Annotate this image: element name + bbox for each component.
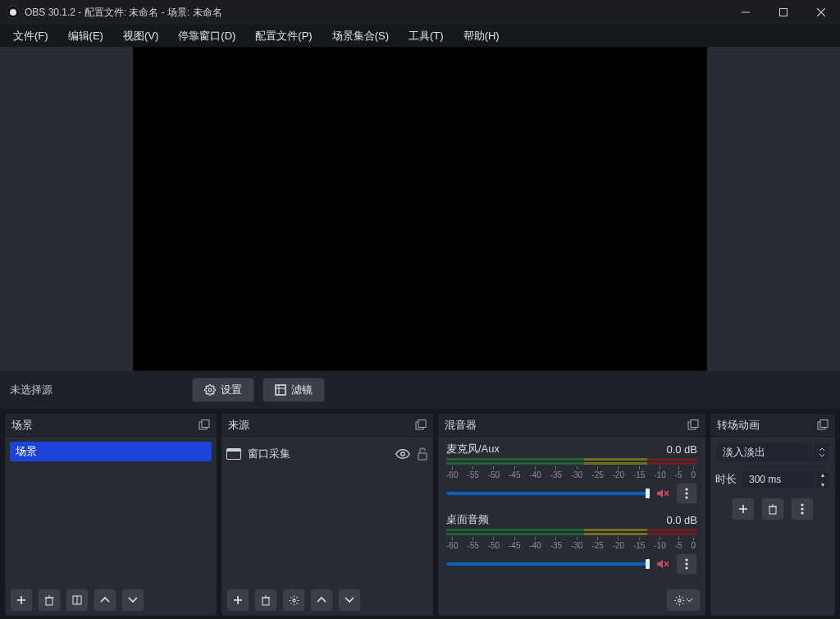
mixer-body: 麦克风/Aux 0.0 dB -60-55-50-45-40-35-30-25-…	[438, 437, 705, 616]
mixer-header: 混音器	[438, 414, 705, 437]
volume-slider[interactable]	[446, 562, 650, 566]
svg-rect-2	[276, 385, 285, 395]
mute-button[interactable]	[656, 488, 669, 499]
add-transition-button[interactable]	[732, 497, 755, 520]
source-label: 窗口采集	[248, 447, 290, 461]
source-down-button[interactable]	[338, 589, 361, 612]
scene-filters-button[interactable]	[66, 589, 89, 612]
channel-options-button[interactable]	[676, 483, 697, 504]
advanced-audio-button[interactable]	[666, 589, 701, 612]
spinner-icon[interactable]: ▲▼	[815, 470, 829, 489]
preview-area	[0, 47, 840, 371]
source-settings-button[interactable]: 设置	[192, 378, 254, 402]
svg-point-19	[685, 492, 687, 494]
duration-label: 时长	[715, 472, 737, 487]
level-meter	[446, 529, 697, 535]
menu-file[interactable]: 文件(F)	[3, 25, 58, 47]
menu-view[interactable]: 视图(V)	[113, 25, 168, 47]
transitions-panel: 转场动画 淡入淡出 时长 300 ms ▲▼	[710, 414, 835, 616]
scene-item[interactable]: 场景	[10, 442, 212, 461]
db-scale: -60-55-50-45-40-35-30-25-20-15-10-50	[446, 466, 697, 479]
svg-point-21	[685, 558, 687, 561]
popout-icon[interactable]	[817, 420, 829, 431]
lock-toggle[interactable]	[417, 447, 428, 461]
svg-point-23	[685, 566, 687, 569]
transition-select[interactable]: 淡入淡出	[715, 442, 830, 463]
mixer-channel: 麦克风/Aux 0.0 dB -60-55-50-45-40-35-30-25-…	[438, 437, 705, 507]
mute-button[interactable]	[656, 558, 669, 570]
menubar: 文件(F) 编辑(E) 视图(V) 停靠窗口(D) 配置文件(P) 场景集合(S…	[0, 25, 840, 47]
add-source-button[interactable]	[226, 589, 249, 612]
svg-rect-14	[262, 598, 269, 605]
window-controls	[727, 0, 840, 25]
svg-rect-27	[769, 507, 776, 514]
scenes-list[interactable]: 场景	[5, 437, 217, 585]
remove-scene-button[interactable]	[38, 589, 61, 612]
svg-rect-13	[418, 453, 427, 460]
scene-down-button[interactable]	[121, 589, 144, 612]
mixer-footer	[438, 585, 705, 616]
transitions-header: 转场动画	[710, 414, 835, 437]
svg-rect-11	[418, 420, 426, 427]
svg-rect-17	[691, 420, 698, 427]
menu-help[interactable]: 帮助(H)	[454, 25, 509, 47]
popout-icon[interactable]	[199, 420, 210, 431]
close-button[interactable]	[802, 0, 840, 25]
svg-point-18	[685, 488, 687, 490]
updown-icon	[813, 442, 829, 462]
context-bar: 未选择源 设置 滤镜	[0, 371, 840, 409]
gear-dropdown-icon	[674, 595, 692, 606]
preview-canvas[interactable]	[133, 47, 707, 371]
popout-icon[interactable]	[687, 420, 699, 431]
popout-icon[interactable]	[415, 420, 427, 431]
menu-dock[interactable]: 停靠窗口(D)	[168, 25, 245, 47]
svg-point-15	[292, 598, 294, 601]
menu-edit[interactable]: 编辑(E)	[58, 25, 113, 47]
svg-point-24	[678, 598, 681, 601]
add-scene-button[interactable]	[10, 589, 33, 612]
scenes-footer	[5, 585, 217, 616]
window-title: OBS 30.1.2 - 配置文件: 未命名 - 场景: 未命名	[25, 6, 222, 20]
app-icon	[7, 6, 20, 19]
duration-input[interactable]: 300 ms ▲▼	[742, 470, 830, 489]
channel-options-button[interactable]	[676, 553, 697, 575]
svg-rect-26	[820, 420, 828, 427]
transition-options-button[interactable]	[791, 497, 814, 520]
scenes-panel: 场景 场景	[5, 414, 217, 616]
titlebar: OBS 30.1.2 - 配置文件: 未命名 - 场景: 未命名	[0, 0, 840, 25]
db-scale: -60-55-50-45-40-35-30-25-20-15-10-50	[446, 537, 697, 550]
svg-point-28	[801, 503, 803, 506]
channel-db: 0.0 dB	[666, 514, 697, 526]
svg-rect-7	[46, 598, 52, 605]
svg-point-20	[685, 496, 687, 498]
svg-point-12	[401, 452, 405, 456]
source-item[interactable]: 窗口采集	[226, 443, 428, 465]
level-meter	[446, 458, 697, 465]
maximize-button[interactable]	[765, 0, 802, 25]
channel-name: 桌面音频	[446, 512, 489, 527]
source-properties-button[interactable]	[282, 589, 305, 612]
remove-transition-button[interactable]	[761, 497, 784, 520]
sources-list[interactable]: 窗口采集	[221, 437, 433, 585]
svg-point-30	[801, 511, 803, 514]
menu-profile[interactable]: 配置文件(P)	[245, 25, 322, 47]
scenes-header: 场景	[5, 414, 217, 437]
svg-rect-0	[780, 9, 788, 16]
visibility-toggle[interactable]	[395, 449, 410, 459]
transitions-body: 淡入淡出 时长 300 ms ▲▼	[710, 437, 835, 525]
remove-source-button[interactable]	[254, 589, 277, 612]
sources-header: 来源	[221, 414, 433, 437]
mixer-panel: 混音器 麦克风/Aux 0.0 dB -60-55-50-45-40-35-30…	[438, 414, 705, 616]
scene-up-button[interactable]	[94, 589, 116, 612]
menu-tools[interactable]: 工具(T)	[399, 25, 454, 47]
mixer-channel: 桌面音频 0.0 dB -60-55-50-45-40-35-30-25-20-…	[438, 507, 705, 578]
svg-point-1	[208, 388, 212, 392]
window-capture-icon	[226, 448, 241, 460]
source-up-button[interactable]	[310, 589, 333, 612]
svg-point-22	[685, 562, 687, 565]
minimize-button[interactable]	[727, 0, 765, 25]
sources-panel: 来源 窗口采集	[221, 414, 433, 616]
menu-scene-collection[interactable]: 场景集合(S)	[322, 25, 399, 47]
volume-slider[interactable]	[446, 492, 650, 495]
source-filters-button[interactable]: 滤镜	[262, 378, 325, 402]
